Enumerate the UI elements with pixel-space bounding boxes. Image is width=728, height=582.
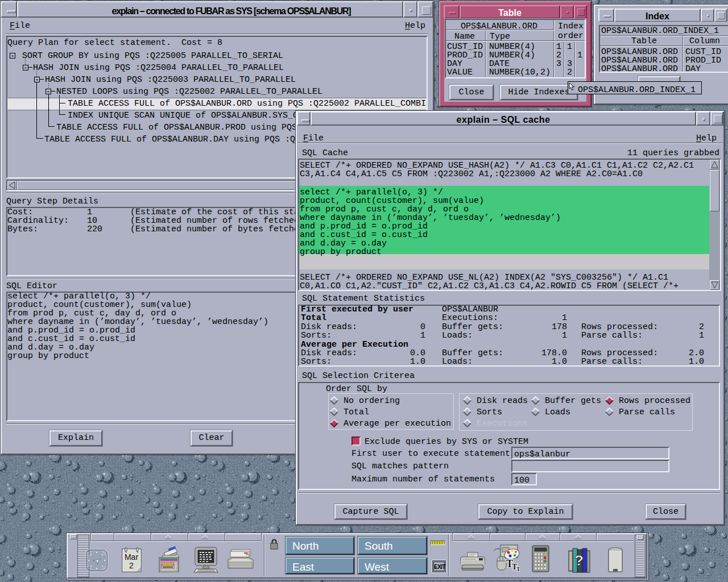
svg-text:2: 2 — [129, 561, 134, 570]
svg-text:T: T — [516, 566, 520, 572]
svg-text:Mar: Mar — [125, 552, 138, 562]
svg-text:?: ? — [574, 552, 584, 569]
